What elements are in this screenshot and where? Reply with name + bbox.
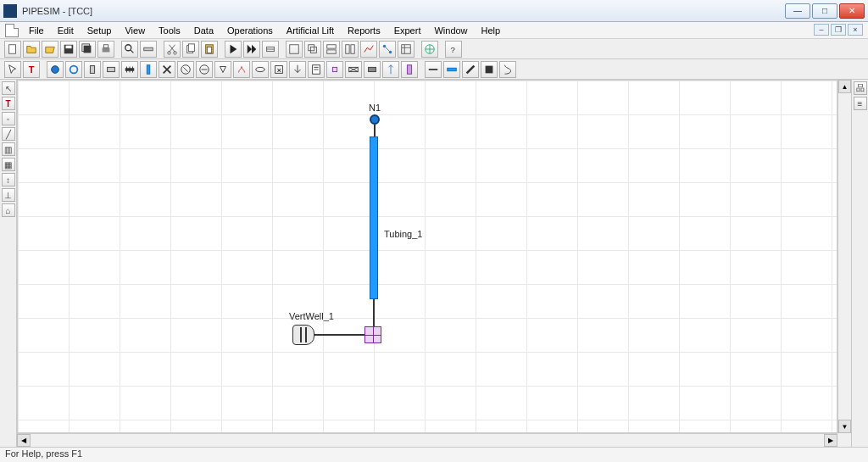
- pump-tool[interactable]: [196, 61, 213, 78]
- riser-tool[interactable]: [462, 61, 479, 78]
- vt-node[interactable]: ◦: [2, 112, 15, 125]
- scroll-left-button[interactable]: ◀: [17, 434, 31, 447]
- vt-well[interactable]: ▥: [2, 142, 15, 156]
- diagram-canvas[interactable]: N1 Tubing_1 VertWell_1: [17, 80, 837, 433]
- horizwell-tool[interactable]: [103, 61, 120, 78]
- node-n1[interactable]: [370, 114, 380, 125]
- expander-tool[interactable]: [214, 61, 231, 78]
- help-button[interactable]: ?: [445, 41, 462, 58]
- svg-rect-35: [90, 65, 94, 73]
- new-button[interactable]: [4, 41, 21, 58]
- junction-node[interactable]: [364, 326, 381, 343]
- multiplier-tool[interactable]: ×: [270, 61, 287, 78]
- menu-edit[interactable]: Edit: [51, 24, 81, 37]
- open-folder-button[interactable]: [42, 41, 58, 58]
- save-button[interactable]: [60, 41, 77, 58]
- node-tool[interactable]: [326, 61, 343, 78]
- tile-v-button[interactable]: [342, 41, 359, 58]
- scroll-up-button[interactable]: ▲: [838, 80, 851, 93]
- paste-button[interactable]: [201, 41, 218, 58]
- injection-tool[interactable]: [289, 61, 306, 78]
- canvas-area: N1 Tubing_1 VertWell_1 ▲ ▼ ◀ ▶: [17, 80, 851, 447]
- engine-tool[interactable]: [364, 61, 381, 78]
- scroll-right-button[interactable]: ▶: [824, 434, 837, 447]
- vertwell-1[interactable]: [292, 325, 314, 345]
- menu-setup[interactable]: Setup: [81, 24, 119, 37]
- source-tool[interactable]: [47, 61, 64, 78]
- tubing-1[interactable]: [370, 136, 378, 299]
- plot-button[interactable]: [360, 41, 377, 58]
- menu-artificial-lift[interactable]: Artificial Lift: [280, 24, 341, 37]
- stop-button[interactable]: [262, 41, 279, 58]
- connector-well-junc[interactable]: [314, 334, 364, 336]
- choke-tool[interactable]: [159, 61, 175, 78]
- mdi-close-button[interactable]: ×: [848, 24, 863, 36]
- blackbox-tool[interactable]: [481, 61, 498, 78]
- menu-view[interactable]: View: [118, 24, 152, 37]
- copy-button[interactable]: [182, 41, 199, 58]
- horizontal-scrollbar[interactable]: ◀ ▶: [17, 433, 837, 447]
- menu-expert[interactable]: Expert: [387, 24, 428, 37]
- connector-n1-tubing[interactable]: [374, 125, 376, 136]
- completion-tool[interactable]: [121, 61, 138, 78]
- report-tool[interactable]: [308, 61, 325, 78]
- connector-tool[interactable]: [425, 61, 442, 78]
- svg-rect-21: [327, 44, 337, 47]
- cut-button[interactable]: [164, 41, 181, 58]
- menu-help[interactable]: Help: [475, 24, 508, 37]
- separator-tool[interactable]: [252, 61, 269, 78]
- minimize-button[interactable]: —: [785, 3, 810, 19]
- cascade-button[interactable]: [304, 41, 321, 58]
- units-button[interactable]: [140, 41, 157, 58]
- rt-layers[interactable]: ≡: [854, 97, 867, 110]
- menu-reports[interactable]: Reports: [341, 24, 387, 37]
- vt-text[interactable]: T: [2, 97, 15, 110]
- scroll-down-button[interactable]: ▼: [838, 420, 851, 433]
- vertwell-tool[interactable]: [84, 61, 101, 78]
- network-button[interactable]: [379, 41, 396, 58]
- svg-rect-20: [310, 47, 316, 53]
- globe-button[interactable]: [421, 41, 438, 58]
- close-button[interactable]: ✕: [839, 3, 865, 19]
- heater-tool[interactable]: [233, 61, 250, 78]
- pcp-tool[interactable]: [499, 61, 516, 78]
- vt-link[interactable]: ↕: [2, 173, 15, 186]
- print-button[interactable]: [97, 41, 114, 58]
- svg-rect-56: [486, 65, 493, 73]
- connector-tubing-junc[interactable]: [373, 299, 375, 326]
- grid-button[interactable]: [286, 41, 303, 58]
- vt-group[interactable]: ▦: [2, 158, 15, 171]
- menu-window[interactable]: Window: [427, 24, 474, 37]
- mdi-minimize-button[interactable]: –: [814, 24, 829, 36]
- maximize-button[interactable]: □: [812, 3, 837, 19]
- menu-data[interactable]: Data: [187, 24, 220, 37]
- menu-file[interactable]: File: [22, 24, 51, 37]
- sink-tool[interactable]: [65, 61, 82, 78]
- text-tool[interactable]: T: [23, 61, 40, 78]
- vt-pointer[interactable]: ↖: [2, 81, 15, 95]
- gaslift-tool[interactable]: [382, 61, 399, 78]
- results-button[interactable]: [398, 41, 415, 58]
- ssv-tool[interactable]: [345, 61, 362, 78]
- pointer-tool[interactable]: [4, 61, 21, 78]
- menu-tools[interactable]: Tools: [152, 24, 187, 37]
- vt-line[interactable]: ╱: [2, 127, 15, 141]
- run-fast-button[interactable]: [243, 41, 260, 58]
- find-button[interactable]: [121, 41, 138, 58]
- svg-rect-13: [188, 43, 194, 51]
- tile-h-button[interactable]: [323, 41, 340, 58]
- workspace: ↖ T ◦ ╱ ▥ ▦ ↕ ⊥ ⌂ N1 Tubing_1 VertWell_1…: [0, 80, 868, 447]
- vertical-scrollbar[interactable]: ▲ ▼: [837, 80, 851, 433]
- tubing-tool[interactable]: [140, 61, 157, 78]
- open-button[interactable]: [23, 41, 40, 58]
- run-button[interactable]: [225, 41, 242, 58]
- vt-branch[interactable]: ⊥: [2, 188, 15, 202]
- menu-operations[interactable]: Operations: [220, 24, 280, 37]
- vt-anchor[interactable]: ⌂: [2, 203, 15, 217]
- flowline-tool[interactable]: [443, 61, 460, 78]
- rt-tree[interactable]: 品: [854, 81, 867, 95]
- esp-tool[interactable]: [401, 61, 418, 78]
- compressor-tool[interactable]: [177, 61, 194, 78]
- mdi-restore-button[interactable]: ❐: [831, 24, 846, 36]
- save-all-button[interactable]: [79, 41, 96, 58]
